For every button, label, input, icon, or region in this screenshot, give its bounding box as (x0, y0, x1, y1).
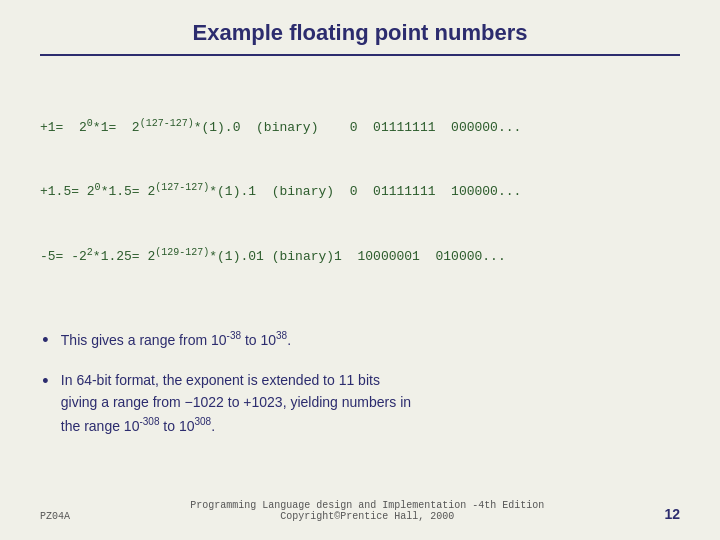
code-line-3: -5= -22*1.25= 2(129-127)*(1).01 (binary)… (40, 245, 680, 268)
footer-center: Programming Language design and Implemen… (70, 500, 664, 522)
title-divider (40, 54, 680, 56)
bullet-2-text: In 64-bit format, the exponent is extend… (61, 369, 411, 437)
slide-title: Example floating point numbers (40, 20, 680, 46)
bullet-2-dot: • (40, 369, 51, 396)
code-line-2: +1.5= 20*1.5= 2(127-127)*(1).1 (binary) … (40, 180, 680, 203)
code-block: +1= 20*1= 2(127-127)*(1).0 (binary) 0 01… (40, 74, 680, 310)
footer-left: PZ04A (40, 511, 70, 522)
code-line-1: +1= 20*1= 2(127-127)*(1).0 (binary) 0 01… (40, 116, 680, 139)
bullet-1-dot: • (40, 328, 51, 355)
footer: PZ04A Programming Language design and Im… (40, 500, 680, 522)
bullet-1-section: • This gives a range from 10-38 to 1038. (40, 328, 680, 355)
title-section: Example floating point numbers (40, 20, 680, 56)
footer-page: 12 (664, 506, 680, 522)
footer-center-line1: Programming Language design and Implemen… (70, 500, 664, 511)
footer-center-line2: Copyright©Prentice Hall, 2000 (70, 511, 664, 522)
slide: Example floating point numbers +1= 20*1=… (0, 0, 720, 540)
bullet-2-section: • In 64-bit format, the exponent is exte… (40, 369, 680, 437)
bullet-1-text: This gives a range from 10-38 to 1038. (61, 328, 291, 351)
